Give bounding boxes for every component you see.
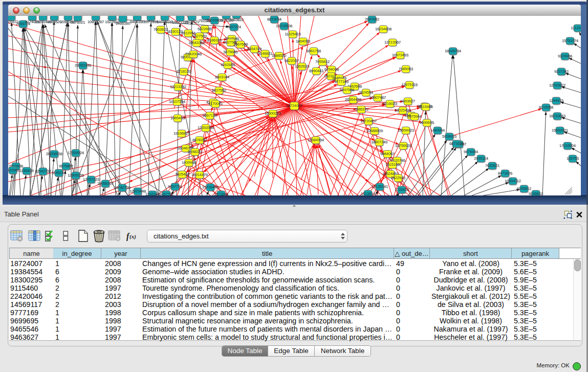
svg-text:2718120: 2718120: [177, 69, 191, 74]
svg-text:15300213: 15300213: [265, 111, 281, 116]
svg-text:1292344: 1292344: [145, 192, 160, 195]
svg-text:1112437: 1112437: [571, 26, 581, 30]
svg-text:10654112: 10654112: [505, 179, 520, 183]
svg-text:10719155: 10719155: [157, 19, 173, 24]
svg-text:12923448: 12923448: [129, 189, 146, 193]
svg-text:15751074: 15751074: [562, 38, 578, 43]
svg-text:12213382: 12213382: [170, 84, 186, 89]
svg-text:1413614: 1413614: [361, 191, 375, 195]
svg-text:126753: 126753: [567, 156, 579, 161]
svg-text:9245612: 9245612: [529, 191, 543, 195]
svg-text:8813054: 8813054: [267, 17, 281, 21]
svg-text:9975867: 9975867: [59, 164, 73, 168]
svg-text:20364436: 20364436: [345, 97, 361, 102]
svg-text:7625402: 7625402: [175, 172, 189, 177]
svg-text:12975115: 12975115: [401, 82, 417, 87]
svg-text:9242845: 9242845: [221, 62, 235, 67]
svg-text:9329966: 9329966: [558, 54, 572, 58]
svg-text:19218506: 19218506: [276, 24, 292, 28]
svg-text:1864093: 1864093: [296, 39, 310, 43]
svg-text:2803144: 2803144: [215, 75, 229, 79]
svg-text:9474444: 9474444: [464, 149, 478, 154]
svg-text:18724007: 18724007: [286, 103, 302, 108]
svg-text:12213967: 12213967: [384, 40, 401, 45]
svg-text:16782759: 16782759: [114, 185, 130, 190]
svg-text:9084067: 9084067: [380, 151, 395, 156]
svg-text:9463627: 9463627: [401, 99, 415, 103]
svg-text:1588520: 1588520: [272, 53, 286, 58]
svg-text:6794028: 6794028: [324, 67, 339, 72]
svg-text:1733426: 1733426: [395, 187, 409, 192]
svg-text:10688609: 10688609: [366, 128, 383, 133]
svg-text:6871626: 6871626: [449, 141, 464, 146]
svg-text:9575944: 9575944: [407, 114, 422, 119]
svg-text:1409948: 1409948: [182, 160, 196, 165]
svg-text:7515521: 7515521: [185, 19, 199, 24]
svg-text:15720407: 15720407: [360, 119, 377, 123]
svg-text:7663822: 7663822: [229, 17, 244, 22]
svg-text:5822605: 5822605: [198, 27, 212, 31]
svg-text:16648784: 16648784: [445, 49, 461, 53]
svg-text:8471626: 8471626: [498, 171, 512, 176]
svg-text:5498222: 5498222: [188, 149, 202, 154]
svg-text:10973493: 10973493: [392, 53, 408, 57]
svg-text:15716485: 15716485: [202, 185, 219, 189]
svg-text:29053346: 29053346: [75, 63, 91, 68]
svg-text:12905155: 12905155: [68, 173, 84, 178]
svg-text:12093822: 12093822: [549, 83, 565, 87]
svg-text:18807249: 18807249: [371, 140, 387, 144]
svg-text:9777169: 9777169: [334, 79, 349, 84]
svg-text:9457791: 9457791: [159, 192, 173, 195]
svg-text:(x): (x): [129, 233, 136, 240]
svg-text:8990443: 8990443: [309, 69, 323, 73]
svg-text:2935114: 2935114: [474, 156, 488, 161]
svg-text:7632621: 7632621: [485, 163, 499, 168]
svg-text:6961758: 6961758: [307, 49, 321, 53]
svg-text:5822037: 5822037: [285, 58, 299, 63]
svg-text:12942737: 12942737: [35, 169, 51, 173]
svg-text:16154808: 16154808: [375, 27, 391, 31]
svg-text:2087682: 2087682: [365, 17, 379, 21]
svg-text:9245612: 9245612: [517, 186, 531, 191]
svg-text:3824554: 3824554: [359, 90, 373, 95]
svg-text:7955812: 7955812: [315, 59, 330, 64]
svg-text:1145194: 1145194: [52, 170, 66, 175]
svg-text:1571648: 1571648: [214, 192, 228, 195]
svg-text:1065526: 1065526: [47, 19, 61, 24]
svg-text:1244415: 1244415: [549, 98, 563, 103]
svg-text:9146821: 9146821: [258, 51, 272, 56]
svg-text:1362615: 1362615: [295, 64, 309, 69]
svg-text:22420046: 22420046: [185, 52, 202, 56]
svg-text:17359924: 17359924: [68, 150, 84, 155]
svg-text:9699695: 9699695: [420, 120, 434, 125]
svg-text:12353594: 12353594: [198, 125, 214, 130]
svg-text:16914479: 16914479: [191, 172, 208, 177]
svg-text:3875685: 3875685: [223, 50, 237, 54]
svg-text:6466160: 6466160: [116, 21, 130, 26]
svg-text:1071915: 1071915: [144, 19, 158, 24]
svg-text:8878352: 8878352: [192, 138, 207, 142]
svg-text:10756928: 10756928: [395, 143, 411, 148]
svg-text:16543362: 16543362: [188, 40, 205, 45]
svg-text:8160123: 8160123: [168, 29, 183, 34]
svg-text:8215958: 8215958: [539, 105, 553, 110]
svg-text:19654923: 19654923: [398, 128, 414, 133]
svg-text:1615192: 1615192: [385, 162, 400, 167]
svg-text:9227342: 9227342: [554, 69, 569, 74]
svg-text:11325419: 11325419: [285, 32, 300, 36]
svg-text:10655267: 10655267: [88, 19, 104, 24]
svg-text:8267130: 8267130: [203, 113, 217, 118]
svg-text:2667608: 2667608: [233, 42, 248, 47]
svg-text:9115460: 9115460: [419, 104, 432, 109]
svg-text:7857224: 7857224: [227, 25, 241, 29]
svg-text:8186323: 8186323: [207, 38, 222, 42]
svg-text:20206536: 20206536: [46, 151, 62, 156]
svg-text:7663822: 7663822: [154, 27, 168, 32]
svg-text:9327503: 9327503: [192, 34, 207, 38]
svg-text:1440954: 1440954: [430, 128, 445, 133]
svg-text:7485063: 7485063: [399, 67, 413, 71]
svg-text:19166827: 19166827: [173, 131, 190, 136]
svg-text:8454749: 8454749: [247, 47, 262, 51]
svg-text:6216023: 6216023: [383, 101, 397, 106]
svg-text:17016504: 17016504: [559, 143, 576, 148]
